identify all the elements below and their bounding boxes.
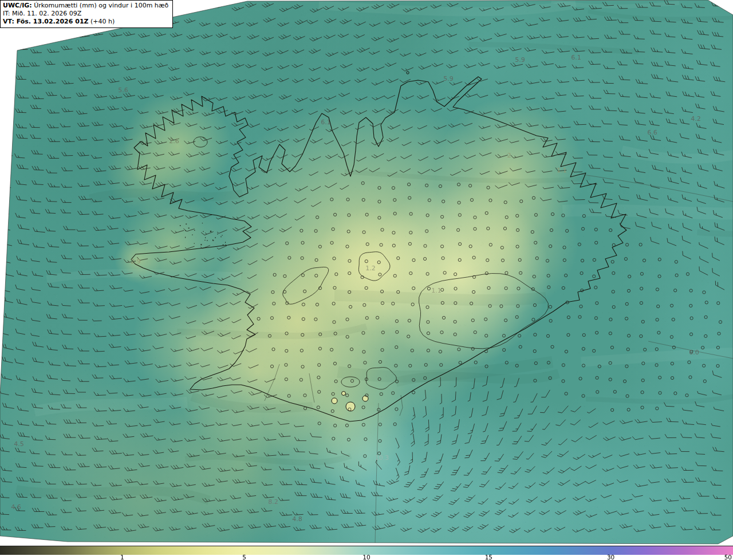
title-line-1: UWC/IG: Úrkomumætti (mm) og vindur i 100… (3, 2, 168, 10)
weather-map-app: 5.65.95.96.14.26.66.12.621.12.91.21.16.0… (0, 0, 733, 560)
model-name: UWC/IG: (3, 2, 32, 9)
colorbar-tick-labels: 1510153050 (0, 545, 733, 560)
valid-time: VT: Fös. 13.02.2026 01Z (3, 18, 89, 25)
title-line-3: VT: Fös. 13.02.2026 01Z (+40 h) (3, 18, 168, 26)
colorbar-tick-label: 15 (485, 554, 492, 560)
colorbar-tick-label: 30 (607, 554, 614, 560)
init-time: IT: Mið. 11. 02. 2026 09Z (3, 10, 168, 18)
colorbar: 1510153050 (0, 545, 733, 560)
colorbar-tick-label: 5 (242, 554, 246, 560)
map-title: Úrkomumætti (mm) og vindur i 100m hæð (32, 2, 169, 9)
map-title-box: UWC/IG: Úrkomumætti (mm) og vindur i 100… (0, 0, 173, 28)
colorbar-tick-label: 10 (362, 554, 370, 560)
lead-time: (+40 h) (89, 18, 115, 25)
colorbar-tick-label: 50 (724, 554, 732, 560)
map-canvas (0, 0, 733, 545)
colorbar-tick-label: 1 (120, 554, 124, 560)
